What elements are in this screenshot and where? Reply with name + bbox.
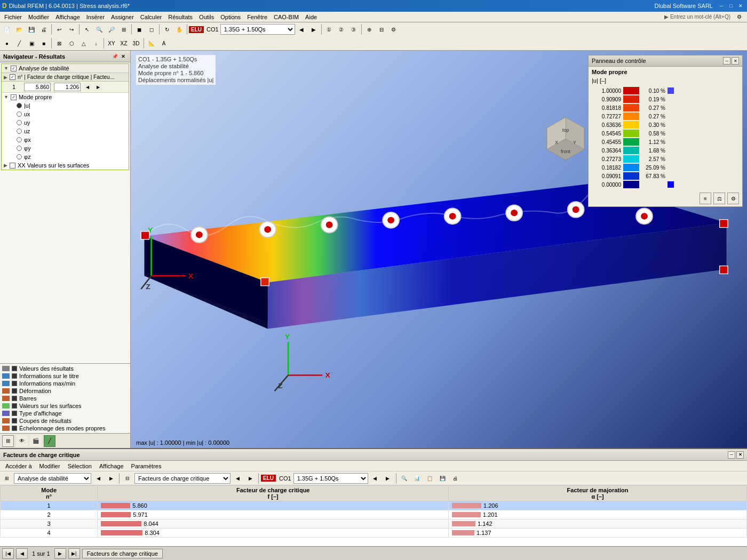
results-close-button[interactable]: ✕ <box>736 451 744 459</box>
nav-icon-video[interactable]: 🎬 <box>30 435 42 447</box>
menu-assigner[interactable]: Assigner <box>108 13 137 21</box>
menu-affichage[interactable]: Affichage <box>52 13 83 21</box>
co-combo-toolbar[interactable]: 1.35G + 1.50Qs <box>220 24 295 35</box>
tb-print[interactable]: 🖨 <box>38 23 50 35</box>
res-prev1[interactable]: ◀ <box>92 473 104 484</box>
tb-material[interactable]: ⬡ <box>66 37 77 49</box>
res-next2[interactable]: ▶ <box>244 473 256 484</box>
tb-measure[interactable]: 📐 <box>146 37 157 49</box>
nav-last[interactable]: ▶| <box>68 548 80 559</box>
check-deformation[interactable]: Déformation <box>2 387 128 395</box>
tb-surface[interactable]: ▣ <box>26 37 37 49</box>
nav-icon-1[interactable]: ⊞ <box>2 435 14 447</box>
cb-echelon[interactable] <box>12 426 17 431</box>
close-button[interactable]: ✕ <box>736 2 745 10</box>
cb-coupes[interactable] <box>12 418 17 423</box>
legend-scale-icon[interactable]: ⚖ <box>713 193 725 204</box>
tb-save[interactable]: 💾 <box>26 23 37 35</box>
tb-new[interactable]: 📄 <box>1 23 13 35</box>
mode-propre-row[interactable]: ▼ Mode propre <box>2 93 129 101</box>
check-type-affichage[interactable]: Type d'affichage <box>2 410 128 417</box>
menu-resultats[interactable]: Résultats <box>165 13 196 21</box>
res-tb-4[interactable]: 💾 <box>437 473 449 484</box>
menu-fichier[interactable]: Fichier <box>1 13 25 21</box>
res-next1[interactable]: ▶ <box>105 473 117 484</box>
tb-undo[interactable]: ↩ <box>53 23 65 35</box>
surfaces-checkbox[interactable] <box>10 163 15 169</box>
tb-settings[interactable]: ⚙ <box>388 23 400 35</box>
legend-list-icon[interactable]: ≡ <box>700 193 711 204</box>
legend-close-button[interactable]: ✕ <box>732 57 739 65</box>
res-tb-3[interactable]: 📋 <box>424 473 436 484</box>
res-menu-selection[interactable]: Sélection <box>65 462 95 470</box>
factor-prev[interactable]: ◀ <box>84 83 91 91</box>
results-min-button[interactable]: ─ <box>728 451 735 459</box>
mode-ux-row[interactable]: ux <box>2 110 129 118</box>
radio-phix[interactable] <box>17 137 22 142</box>
menu-calculer[interactable]: Calculer <box>137 13 165 21</box>
factor-val2[interactable] <box>54 83 81 91</box>
res-tb-1[interactable]: 🔍 <box>399 473 410 484</box>
tb-pan[interactable]: ✋ <box>173 23 185 35</box>
res-menu-affichage[interactable]: Affichage <box>96 462 127 470</box>
nav-icon-2[interactable]: 👁 <box>16 435 28 447</box>
tb-open[interactable]: 📂 <box>13 23 25 35</box>
menu-fenetre[interactable]: Fenêtre <box>244 13 271 21</box>
mode-uy-row[interactable]: uy <box>2 118 129 127</box>
res-co-combo[interactable]: 1.35G + 1.50Qs <box>293 473 368 484</box>
factor-next[interactable]: ▶ <box>94 83 102 91</box>
factor-val1[interactable] <box>24 83 51 91</box>
res-tb-icon[interactable]: ⊟ <box>122 473 133 484</box>
tb-axes[interactable]: ⊕ <box>363 23 375 35</box>
nav-pin-icon[interactable]: 📌 <box>111 53 118 60</box>
res-tb-5[interactable]: 🖨 <box>450 473 462 484</box>
minimize-button[interactable]: ─ <box>717 2 726 10</box>
check-valeurs-resultats[interactable]: Valeurs des résultats <box>2 365 128 372</box>
menu-options[interactable]: Options <box>217 13 244 21</box>
nav-close-icon[interactable]: ✕ <box>120 53 127 60</box>
menu-cao-bim[interactable]: CAO-BIM <box>271 13 302 21</box>
cb-titre[interactable] <box>12 373 17 379</box>
res-menu-parametres[interactable]: Paramètres <box>128 462 165 470</box>
tb-section[interactable]: ⊠ <box>53 37 65 49</box>
factor-checkbox[interactable] <box>10 74 15 80</box>
tb-load[interactable]: ↓ <box>90 37 102 49</box>
mode-uz-row[interactable]: uz <box>2 127 129 135</box>
stability-header[interactable]: ▼ Analyse de stabilité <box>2 64 129 73</box>
tb-solid[interactable]: ■ <box>38 37 50 49</box>
mode-checkbox[interactable] <box>11 94 17 100</box>
check-echelonnage[interactable]: Échelonnage des modes propres <box>2 425 128 432</box>
menu-outils[interactable]: Outils <box>196 13 217 21</box>
nav-next[interactable]: ▶ <box>54 548 66 559</box>
cb-surfaces[interactable] <box>12 403 17 409</box>
tb-support[interactable]: △ <box>78 37 90 49</box>
res-menu-acceder[interactable]: Accéder à <box>2 462 35 470</box>
tb-node[interactable]: ● <box>1 37 13 49</box>
nav-first[interactable]: |◀ <box>2 548 14 559</box>
tb-next-co[interactable]: ▶ <box>308 23 320 35</box>
tb-wire[interactable]: ◻ <box>146 23 157 35</box>
table-row[interactable]: 2 5.971 1.201 <box>1 510 747 519</box>
tb-view-xz[interactable]: XZ <box>118 37 130 49</box>
check-coupes[interactable]: Coupes de résultats <box>2 417 128 425</box>
tab-facteurs[interactable]: Facteurs de charge critique <box>82 549 163 558</box>
res-filter1-combo[interactable]: Analyse de stabilité <box>14 473 91 484</box>
nav-prev[interactable]: ◀ <box>16 548 28 559</box>
res-menu-modifier[interactable]: Modifier <box>36 462 63 470</box>
radio-uz[interactable] <box>17 129 22 134</box>
res-prev2[interactable]: ◀ <box>232 473 243 484</box>
stability-checkbox[interactable] <box>11 66 17 71</box>
tb-result1[interactable]: ① <box>323 23 335 35</box>
legend-settings-icon[interactable]: ⚙ <box>727 193 739 204</box>
check-info-titre[interactable]: Informations sur le titre <box>2 372 128 380</box>
check-barres[interactable]: Barres <box>2 395 128 402</box>
legend-min-button[interactable]: ─ <box>723 57 730 65</box>
radio-phiy[interactable] <box>17 146 22 151</box>
cb-deformation[interactable] <box>12 388 17 394</box>
maximize-button[interactable]: □ <box>727 2 735 10</box>
radio-uy[interactable] <box>17 120 22 125</box>
tb-view-3d[interactable]: 3D <box>130 37 142 49</box>
mode-phix-row[interactable]: φx <box>2 135 129 144</box>
tb-fit[interactable]: ⊞ <box>118 23 130 35</box>
tb-prev-co[interactable]: ◀ <box>296 23 307 35</box>
